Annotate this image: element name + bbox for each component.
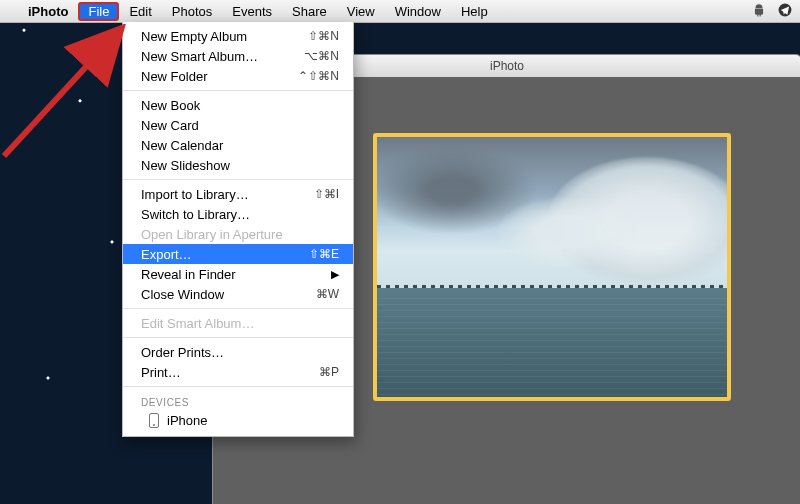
menu-item-label: Order Prints… — [141, 345, 224, 360]
menu-item-label: Print… — [141, 365, 181, 380]
menu-item-shortcut: ⌘W — [316, 287, 339, 301]
menu-separator — [123, 308, 353, 309]
menu-separator — [123, 386, 353, 387]
android-icon[interactable] — [752, 3, 766, 20]
menu-photos[interactable]: Photos — [162, 2, 222, 21]
menu-window[interactable]: Window — [385, 2, 451, 21]
menu-item-label: New Folder — [141, 69, 207, 84]
submenu-arrow-icon: ▶ — [331, 268, 339, 281]
menu-item-label: Close Window — [141, 287, 224, 302]
menu-help[interactable]: Help — [451, 2, 498, 21]
menu-item-import-to-library[interactable]: Import to Library… ⇧⌘I — [123, 184, 353, 204]
menu-item-reveal-in-finder[interactable]: Reveal in Finder ▶ — [123, 264, 353, 284]
menu-item-edit-smart-album: Edit Smart Album… — [123, 313, 353, 333]
menu-view[interactable]: View — [337, 2, 385, 21]
menu-item-new-card[interactable]: New Card — [123, 115, 353, 135]
menu-item-new-smart-album[interactable]: New Smart Album… ⌥⌘N — [123, 46, 353, 66]
telegram-icon[interactable] — [778, 3, 792, 20]
menu-item-label: Export… — [141, 247, 192, 262]
menu-item-label: New Book — [141, 98, 200, 113]
menu-item-label: Reveal in Finder — [141, 267, 236, 282]
menu-file[interactable]: File — [78, 2, 119, 21]
menu-share[interactable]: Share — [282, 2, 337, 21]
app-menu[interactable]: iPhoto — [18, 2, 78, 21]
window-title: iPhoto — [490, 59, 524, 73]
menu-separator — [123, 337, 353, 338]
menu-separator — [123, 90, 353, 91]
menu-item-close-window[interactable]: Close Window ⌘W — [123, 284, 353, 304]
menu-item-open-in-aperture: Open Library in Aperture — [123, 224, 353, 244]
menu-item-label: Switch to Library… — [141, 207, 250, 222]
menu-edit[interactable]: Edit — [119, 2, 161, 21]
menu-item-label: Edit Smart Album… — [141, 316, 254, 331]
menu-events[interactable]: Events — [222, 2, 282, 21]
devices-header: DEVICES — [123, 395, 353, 410]
file-menu-dropdown: New Empty Album ⇧⌘N New Smart Album… ⌥⌘N… — [122, 22, 354, 437]
iphone-icon — [149, 413, 159, 428]
menubar: iPhoto File Edit Photos Events Share Vie… — [0, 0, 800, 23]
devices-section: DEVICES iPhone — [123, 391, 353, 430]
device-iphone[interactable]: iPhone — [123, 410, 353, 430]
menu-item-shortcut: ⌘P — [319, 365, 339, 379]
menu-item-order-prints[interactable]: Order Prints… — [123, 342, 353, 362]
menu-item-label: New Calendar — [141, 138, 223, 153]
menu-item-label: Import to Library… — [141, 187, 249, 202]
menu-item-new-book[interactable]: New Book — [123, 95, 353, 115]
menu-item-label: New Slideshow — [141, 158, 230, 173]
menu-item-shortcut: ⇧⌘I — [314, 187, 339, 201]
menu-item-switch-to-library[interactable]: Switch to Library… — [123, 204, 353, 224]
menu-item-shortcut: ⌥⌘N — [304, 49, 339, 63]
menu-item-new-calendar[interactable]: New Calendar — [123, 135, 353, 155]
menu-item-shortcut: ⇧⌘E — [309, 247, 339, 261]
menu-item-new-empty-album[interactable]: New Empty Album ⇧⌘N — [123, 26, 353, 46]
menu-item-new-folder[interactable]: New Folder ⌃⇧⌘N — [123, 66, 353, 86]
menu-item-shortcut: ⌃⇧⌘N — [298, 69, 339, 83]
menu-item-shortcut: ⇧⌘N — [308, 29, 339, 43]
menu-item-label: Open Library in Aperture — [141, 227, 283, 242]
menu-item-export[interactable]: Export… ⇧⌘E — [123, 244, 353, 264]
device-label: iPhone — [167, 413, 207, 428]
menu-item-new-slideshow[interactable]: New Slideshow — [123, 155, 353, 175]
menu-separator — [123, 179, 353, 180]
menu-item-print[interactable]: Print… ⌘P — [123, 362, 353, 382]
menu-item-label: New Smart Album… — [141, 49, 258, 64]
menu-item-label: New Empty Album — [141, 29, 247, 44]
menu-item-label: New Card — [141, 118, 199, 133]
selected-photo[interactable] — [373, 133, 731, 401]
